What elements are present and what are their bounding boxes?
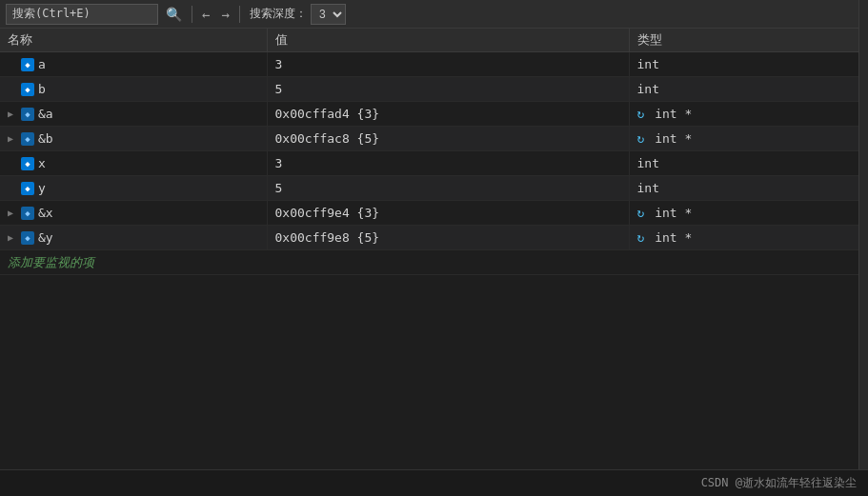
statusbar-text: CSDN @逝水如流年轻往返染尘 [701, 475, 857, 491]
var-icon: ◆ [21, 83, 34, 96]
table-body: ▶◆a3int▶◆b5int▶◆&a0x00cffad4 {3}↻ int *▶… [0, 52, 868, 275]
type-text: int * [655, 107, 692, 121]
separator-1 [192, 6, 192, 23]
table-row[interactable]: ▶◆&b0x00cffac8 {5}↻ int * [0, 127, 868, 151]
type-text: int [637, 82, 659, 96]
var-name-text: &x [38, 206, 53, 220]
cell-type: int [629, 77, 868, 102]
expand-arrow[interactable]: ▶ [8, 232, 17, 243]
cell-name: ▶◆y [0, 176, 267, 201]
table-row[interactable]: ▶◆y5int [0, 176, 868, 201]
var-icon: ◆ [21, 108, 34, 121]
table-row[interactable]: ▶◆a3int [0, 52, 868, 77]
toolbar: 搜索(Ctrl+E) 🔍 ← → 搜索深度： 3 [0, 0, 868, 29]
cell-value: 0x00cffad4 {3} [267, 102, 629, 127]
expand-arrow[interactable]: ▶ [8, 133, 17, 144]
var-icon: ◆ [21, 231, 34, 245]
cell-value: 3 [267, 151, 629, 176]
expand-arrow[interactable]: ▶ [8, 109, 17, 119]
type-text: int [637, 57, 659, 71]
table-row[interactable]: ▶◆b5int [0, 77, 868, 102]
cell-value: 0x00cff9e4 {3} [267, 201, 629, 226]
watch-table-container: 名称 值 类型 ▶◆a3int▶◆b5int▶◆&a0x00cffad4 {3}… [0, 29, 868, 467]
search-box[interactable]: 搜索(Ctrl+E) [6, 4, 158, 25]
header-name: 名称 [0, 29, 267, 52]
cell-type: ↻ int * [629, 127, 868, 151]
statusbar: CSDN @逝水如流年轻往返染尘 [0, 469, 868, 496]
watch-table: 名称 值 类型 ▶◆a3int▶◆b5int▶◆&a0x00cffad4 {3}… [0, 29, 868, 275]
separator-2 [239, 6, 240, 23]
var-name-text: b [38, 82, 46, 96]
header-value: 值 [267, 29, 629, 52]
add-watch-label[interactable]: 添加要监视的项 [0, 250, 868, 275]
cell-value: 0x00cffac8 {5} [267, 127, 629, 151]
var-name-text: &b [38, 131, 53, 146]
cell-type: int [629, 151, 868, 176]
cell-name: ▶◆a [0, 52, 267, 77]
cell-name: ▶◆b [0, 77, 267, 102]
var-name-text: a [38, 57, 46, 71]
var-name-text: y [38, 181, 46, 195]
type-text: int [637, 156, 659, 170]
table-header: 名称 值 类型 [0, 29, 868, 52]
type-text: int * [655, 230, 692, 245]
expand-arrow[interactable]: ▶ [8, 208, 17, 218]
cell-value: 5 [267, 176, 629, 201]
refresh-icon[interactable]: ↻ [637, 230, 653, 245]
depth-control: 搜索深度： 3 [246, 4, 346, 25]
back-button[interactable]: ← [198, 5, 213, 24]
var-icon: ◆ [21, 182, 34, 195]
refresh-icon[interactable]: ↻ [637, 107, 653, 121]
cell-type: int [629, 52, 868, 77]
cell-name: ▶◆&y [0, 226, 267, 250]
header-type: 类型 [629, 29, 868, 52]
refresh-icon[interactable]: ↻ [637, 131, 653, 146]
var-icon: ◆ [21, 132, 34, 146]
var-name-text: &a [38, 107, 53, 121]
cell-type: ↻ int * [629, 226, 868, 250]
cell-value: 3 [267, 52, 629, 77]
table-row[interactable]: ▶◆&y0x00cff9e8 {5}↻ int * [0, 226, 868, 250]
type-text: int * [655, 131, 692, 146]
depth-label: 搜索深度： [250, 6, 307, 22]
var-icon: ◆ [21, 207, 34, 220]
search-icon[interactable]: 🔍 [162, 5, 186, 24]
refresh-icon[interactable]: ↻ [637, 206, 653, 220]
add-watch-row[interactable]: 添加要监视的项 [0, 250, 868, 275]
right-scrollbar[interactable] [858, 0, 868, 496]
cell-value: 0x00cff9e8 {5} [267, 226, 629, 250]
table-row[interactable]: ▶◆x3int [0, 151, 868, 176]
var-icon: ◆ [21, 58, 34, 71]
cell-type: int [629, 176, 868, 201]
cell-name: ▶◆&a [0, 102, 267, 127]
cell-name: ▶◆&b [0, 127, 267, 151]
cell-name: ▶◆&x [0, 201, 267, 226]
cell-type: ↻ int * [629, 102, 868, 127]
cell-name: ▶◆x [0, 151, 267, 176]
var-name-text: &y [38, 230, 53, 245]
var-icon: ◆ [21, 157, 34, 170]
var-name-text: x [38, 156, 46, 170]
table-row[interactable]: ▶◆&a0x00cffad4 {3}↻ int * [0, 102, 868, 127]
table-row[interactable]: ▶◆&x0x00cff9e4 {3}↻ int * [0, 201, 868, 226]
depth-select[interactable]: 3 [311, 4, 346, 25]
cell-type: ↻ int * [629, 201, 868, 226]
forward-button[interactable]: → [217, 5, 232, 24]
type-text: int [637, 181, 659, 195]
type-text: int * [655, 206, 692, 220]
cell-value: 5 [267, 77, 629, 102]
search-placeholder: 搜索(Ctrl+E) [12, 6, 91, 22]
